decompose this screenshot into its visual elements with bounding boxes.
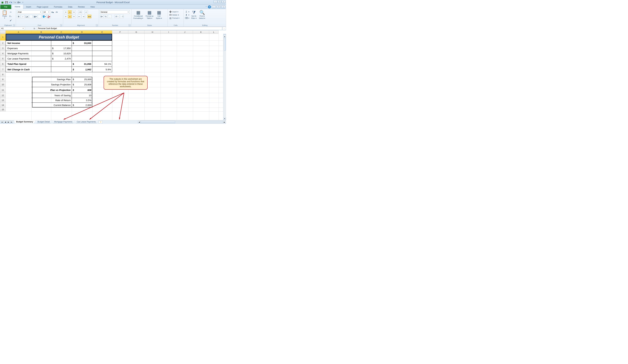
font-color-button[interactable]: A▾ [47, 15, 51, 18]
cell-c11[interactable]: Plan vs Projection [31, 87, 72, 93]
tab-home[interactable]: Home [12, 4, 23, 9]
row-header-10[interactable]: 10 [0, 82, 6, 87]
row-header-3[interactable]: 3 [0, 46, 6, 51]
cell-d5[interactable] [72, 56, 92, 61]
cell-d7[interactable]: $1,942 [72, 67, 92, 72]
tab-formulas[interactable]: Formulas [51, 5, 65, 9]
sheet-tab-car-lease-payments[interactable]: Car Lease Payments [75, 120, 98, 123]
column-header-A[interactable]: A [6, 30, 31, 34]
column-header-F[interactable]: F [112, 30, 128, 34]
align-left-icon[interactable]: ≡ [64, 15, 68, 18]
cell-c2[interactable] [51, 41, 72, 46]
format-as-table-button[interactable]: ▦ Format as Table ▾ [145, 10, 155, 20]
hscroll-left-button[interactable]: ◀ [138, 121, 141, 123]
row-header-11[interactable]: 11 [0, 87, 6, 93]
hscroll-right-button[interactable]: ▶ [223, 121, 226, 123]
cell-styles-button[interactable]: ▦ Cell Styles ▾ [155, 10, 163, 20]
workbook-minimize-button[interactable]: — [212, 5, 216, 8]
cell-d3[interactable] [72, 46, 92, 51]
cell-c3[interactable]: $17,950 [51, 46, 72, 51]
cell-c7[interactable] [51, 67, 72, 72]
row-header-1[interactable]: 1 [0, 34, 6, 41]
cell-c5[interactable]: $2,479 [51, 56, 72, 61]
split-handle[interactable] [224, 34, 226, 35]
font-size-combo[interactable]: 14▼ [43, 10, 50, 14]
column-header-I[interactable]: I [160, 30, 177, 34]
insert-function-icon[interactable]: fx [32, 27, 37, 30]
cell-c13[interactable]: Rate of Return [31, 98, 72, 103]
cell-d4[interactable] [72, 51, 92, 56]
align-top-icon[interactable]: ≡ [64, 10, 68, 14]
cell-e7[interactable]: 5.9% [92, 67, 112, 72]
number-format-combo[interactable]: General▼ [100, 10, 130, 14]
tab-data[interactable]: Data [65, 5, 75, 9]
workbook-close-button[interactable]: ✕ [221, 5, 225, 8]
cell-d10[interactable]: $25,606 [72, 82, 92, 87]
cell-c14[interactable]: Current Balance [31, 103, 72, 108]
file-tab[interactable]: File [0, 5, 11, 9]
minimize-button[interactable]: — [214, 0, 217, 3]
row-header-7[interactable]: 7 [0, 67, 6, 72]
merge-center-button[interactable]: ⬌▾ [88, 15, 91, 18]
font-launcher-icon[interactable]: ↘ [60, 24, 62, 26]
cell-d11[interactable]: $606 [72, 87, 92, 93]
row-header-15[interactable]: 15 [0, 108, 6, 111]
column-header-K[interactable]: K [193, 30, 209, 34]
row-header-14[interactable]: 14 [0, 103, 6, 108]
fill-button[interactable]: ⬇▾ [185, 13, 190, 16]
align-bottom-icon[interactable]: ≡ [72, 10, 76, 14]
save-icon[interactable]: 💾 [5, 1, 8, 4]
scroll-up-button[interactable]: ▲ [224, 35, 226, 38]
cell-d13[interactable]: 3.5% [72, 98, 92, 103]
row-header-8[interactable]: 8 [0, 72, 6, 77]
redo-icon[interactable]: ↷▾ [13, 1, 16, 4]
column-header-J[interactable]: J [177, 30, 193, 34]
cell-e4[interactable] [92, 51, 112, 56]
row-header-4[interactable]: 4 [0, 51, 6, 56]
cell-d12[interactable]: 10 [72, 93, 92, 98]
maximize-button[interactable]: ❐ [218, 0, 221, 3]
close-button[interactable]: ✕ [222, 0, 226, 3]
sort-filter-button[interactable]: ⧩ Sort & Filter ▾ [190, 10, 198, 20]
paste-button[interactable]: 📋 Paste ▼ [1, 10, 8, 19]
row-header-2[interactable]: 2 [0, 41, 6, 46]
bold-button[interactable]: B [17, 15, 20, 18]
column-header-D[interactable]: D [72, 30, 92, 34]
decrease-font-icon[interactable]: A▾ [55, 10, 58, 14]
sheet-last-button[interactable]: ⏭ [10, 121, 13, 124]
sheet-first-button[interactable]: ⏮ [1, 121, 4, 124]
cell-e2[interactable] [92, 41, 112, 46]
orientation-icon[interactable]: ⤢▾ [78, 10, 82, 14]
tab-page-layout[interactable]: Page Layout [34, 5, 51, 9]
cut-icon[interactable]: ✂ [9, 10, 12, 14]
cell-c4[interactable]: $10,629 [51, 51, 72, 56]
delete-cells-button[interactable]: ➖Delete ▾ [169, 13, 180, 16]
align-center-icon[interactable]: ≡ [68, 15, 72, 18]
insert-cells-button[interactable]: ➕Insert ▾ [169, 10, 180, 13]
hscroll-thumb[interactable] [141, 121, 175, 123]
accounting-format-icon[interactable]: $▾ [100, 15, 103, 18]
increase-decimal-icon[interactable]: .00→ [115, 15, 119, 18]
format-painter-icon[interactable]: 🖌 [9, 18, 12, 22]
cell-a1-title[interactable]: Personal Cash Budget [6, 34, 112, 41]
vertical-scrollbar[interactable]: ▲ ▼ [223, 34, 226, 120]
autosum-button[interactable]: Σ▾ [185, 10, 190, 13]
cell-d14[interactable]: $2,000 [72, 103, 92, 108]
row-header-9[interactable]: 9 [0, 77, 6, 82]
cell-a6[interactable]: Total Plan Spend [6, 61, 51, 67]
scroll-down-button[interactable]: ▼ [224, 117, 226, 120]
sheet-tab-budget-detail[interactable]: Budget Detail [35, 120, 52, 123]
border-button[interactable]: ▦▾ [33, 15, 37, 18]
number-launcher-icon[interactable]: ↘ [129, 24, 131, 26]
cell-a7[interactable]: Net Change in Cash [6, 67, 51, 72]
wrap-text-icon[interactable]: ↩ [84, 10, 88, 14]
minimize-ribbon-icon[interactable]: ⌃ [205, 6, 207, 8]
column-header-L[interactable]: L [209, 30, 219, 34]
cell-c10[interactable]: Savings Projection [31, 82, 72, 87]
select-all-corner[interactable] [0, 30, 6, 34]
align-right-icon[interactable]: ≡ [72, 15, 76, 18]
copy-icon[interactable]: ⎘▾ [9, 14, 12, 18]
cell-c6[interactable] [51, 61, 72, 67]
cell-d9[interactable]: $25,000 [72, 77, 92, 82]
horizontal-scrollbar[interactable]: ◀ ▶ [138, 121, 226, 123]
